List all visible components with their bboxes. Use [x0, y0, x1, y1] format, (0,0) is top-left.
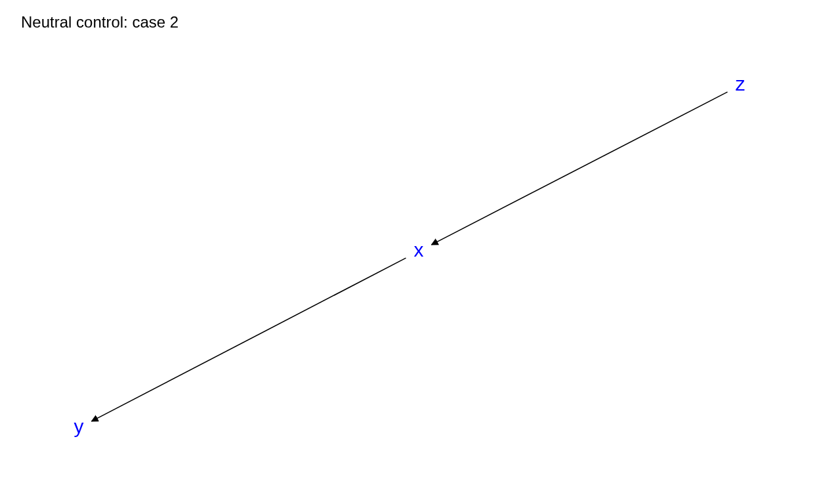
node-label-x: x — [414, 239, 424, 261]
node-label-z: z — [736, 73, 746, 94]
labels-group: zxy — [74, 73, 746, 437]
edge-z-to-x — [432, 92, 728, 245]
edge-x-to-y — [92, 258, 406, 421]
node-label-y: y — [74, 415, 84, 437]
edges-group — [92, 92, 728, 421]
diagram-canvas: zxy — [0, 0, 819, 504]
